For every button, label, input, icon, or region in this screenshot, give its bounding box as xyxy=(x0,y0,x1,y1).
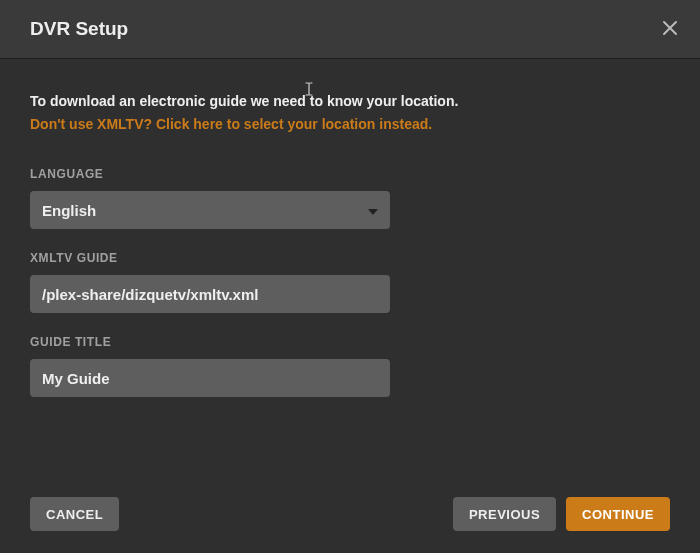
alternate-location-link[interactable]: Don't use XMLTV? Click here to select yo… xyxy=(30,116,432,132)
close-button[interactable] xyxy=(658,14,682,44)
field-xmltv-guide: XMLTV GUIDE xyxy=(30,251,670,313)
continue-button[interactable]: CONTINUE xyxy=(566,497,670,531)
field-guide-title: GUIDE TITLE xyxy=(30,335,670,397)
guide-title-input[interactable] xyxy=(30,359,390,397)
modal-header: DVR Setup xyxy=(0,0,700,59)
previous-button[interactable]: PREVIOUS xyxy=(453,497,556,531)
close-icon xyxy=(662,16,678,41)
modal-title: DVR Setup xyxy=(30,18,128,40)
xmltv-guide-label: XMLTV GUIDE xyxy=(30,251,670,265)
language-select[interactable]: English xyxy=(30,191,390,229)
language-label: LANGUAGE xyxy=(30,167,670,181)
dvr-setup-modal: DVR Setup To download an electronic guid… xyxy=(0,0,700,553)
language-select-value: English xyxy=(42,202,96,219)
guide-title-label: GUIDE TITLE xyxy=(30,335,670,349)
xmltv-guide-input[interactable] xyxy=(30,275,390,313)
modal-footer: CANCEL PREVIOUS CONTINUE xyxy=(0,479,700,553)
field-language: LANGUAGE English xyxy=(30,167,670,229)
language-select-wrap: English xyxy=(30,191,390,229)
cancel-button[interactable]: CANCEL xyxy=(30,497,119,531)
modal-body: To download an electronic guide we need … xyxy=(0,59,700,479)
intro-text: To download an electronic guide we need … xyxy=(30,93,670,109)
